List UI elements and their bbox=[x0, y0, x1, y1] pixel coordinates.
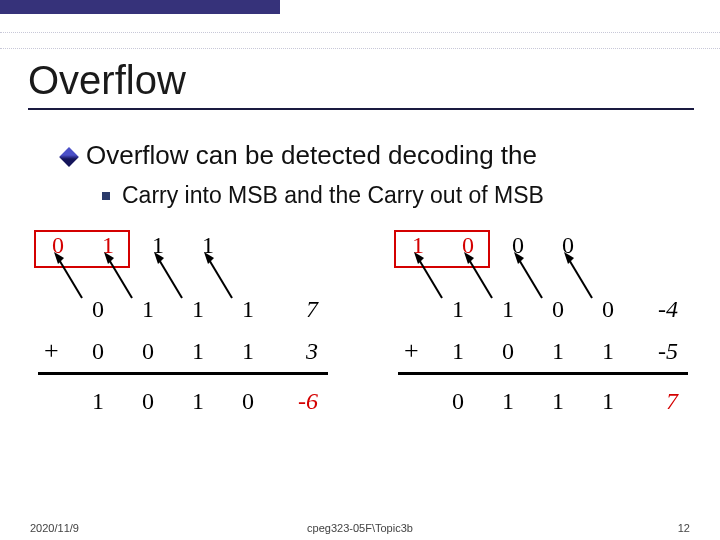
figure-area: 0 1 1 1 0 1 1 1 7 + 0 0 1 1 3 1 0 1 0 -6… bbox=[38, 232, 690, 452]
bit: 1 bbox=[178, 338, 218, 365]
svg-line-2 bbox=[108, 258, 132, 298]
decimal-value-overflow: -6 bbox=[278, 388, 318, 415]
svg-marker-13 bbox=[514, 252, 524, 264]
square-bullet-icon bbox=[102, 192, 110, 200]
carry-arrow-icon bbox=[512, 252, 548, 300]
bit: 1 bbox=[228, 296, 268, 323]
bit: 1 bbox=[228, 338, 268, 365]
carry-arrow-icon bbox=[202, 252, 238, 300]
svg-marker-9 bbox=[414, 252, 424, 264]
svg-line-4 bbox=[158, 258, 182, 298]
bit: 0 bbox=[78, 338, 118, 365]
bit: 0 bbox=[228, 388, 268, 415]
svg-line-10 bbox=[468, 258, 492, 298]
svg-marker-5 bbox=[154, 252, 164, 264]
sum-rule bbox=[398, 372, 688, 375]
carry-arrow-icon bbox=[102, 252, 138, 300]
decimal-value: -5 bbox=[638, 338, 678, 365]
dotted-rule bbox=[0, 48, 720, 49]
bullet-main: Overflow can be detected decoding the bbox=[62, 140, 537, 171]
svg-marker-1 bbox=[54, 252, 64, 264]
bit: 1 bbox=[588, 338, 628, 365]
carry-arrow-icon bbox=[152, 252, 188, 300]
svg-line-6 bbox=[208, 258, 232, 298]
bit: 1 bbox=[488, 296, 528, 323]
svg-marker-11 bbox=[464, 252, 474, 264]
dotted-rule bbox=[0, 32, 720, 33]
bit: 0 bbox=[128, 388, 168, 415]
carry-arrow-icon bbox=[52, 252, 88, 300]
svg-line-0 bbox=[58, 258, 82, 298]
decimal-value-overflow: 7 bbox=[638, 388, 678, 415]
bit: 1 bbox=[178, 296, 218, 323]
svg-line-8 bbox=[418, 258, 442, 298]
plus-sign: + bbox=[44, 336, 59, 366]
svg-marker-7 bbox=[204, 252, 214, 264]
diamond-bullet-icon bbox=[59, 147, 79, 167]
bit: 0 bbox=[588, 296, 628, 323]
decimal-value: 7 bbox=[278, 296, 318, 323]
bit: 1 bbox=[538, 388, 578, 415]
bit: 1 bbox=[538, 338, 578, 365]
decimal-value: 3 bbox=[278, 338, 318, 365]
svg-marker-15 bbox=[564, 252, 574, 264]
plus-sign: + bbox=[404, 336, 419, 366]
bit: 1 bbox=[128, 296, 168, 323]
carry-arrow-icon bbox=[462, 252, 498, 300]
bit: 0 bbox=[438, 388, 478, 415]
sum-rule bbox=[38, 372, 328, 375]
footer-middle: cpeg323-05F\Topic3b bbox=[0, 522, 720, 534]
bullet-sub-text: Carry into MSB and the Carry out of MSB bbox=[122, 182, 544, 209]
bit: 1 bbox=[78, 388, 118, 415]
slide-title: Overflow bbox=[28, 58, 186, 103]
accent-bar bbox=[0, 0, 280, 14]
carry-arrow-icon bbox=[562, 252, 598, 300]
bit: 1 bbox=[488, 388, 528, 415]
bit: 0 bbox=[78, 296, 118, 323]
decimal-value: -4 bbox=[638, 296, 678, 323]
bullet-main-text: Overflow can be detected decoding the bbox=[86, 140, 537, 171]
svg-line-12 bbox=[518, 258, 542, 298]
bit: 1 bbox=[438, 296, 478, 323]
bit: 0 bbox=[488, 338, 528, 365]
svg-line-14 bbox=[568, 258, 592, 298]
title-underline bbox=[28, 108, 694, 110]
footer-page: 12 bbox=[678, 522, 690, 534]
bullet-sub: Carry into MSB and the Carry out of MSB bbox=[102, 182, 544, 209]
bit: 0 bbox=[538, 296, 578, 323]
bit: 1 bbox=[588, 388, 628, 415]
bit: 0 bbox=[128, 338, 168, 365]
bit: 1 bbox=[438, 338, 478, 365]
carry-arrow-icon bbox=[412, 252, 448, 300]
svg-marker-3 bbox=[104, 252, 114, 264]
bit: 1 bbox=[178, 388, 218, 415]
